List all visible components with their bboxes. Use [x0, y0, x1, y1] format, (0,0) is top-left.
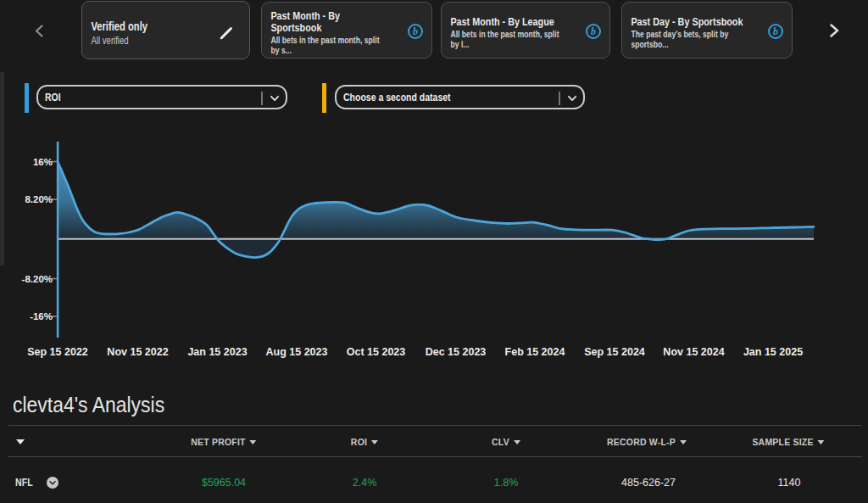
- svg-text:Nov 15 2022: Nov 15 2022: [107, 346, 168, 358]
- svg-text:Dec 15 2023: Dec 15 2023: [426, 346, 487, 358]
- svg-text:Oct 15 2023: Oct 15 2023: [347, 346, 406, 358]
- svg-text:Sep 15 2024: Sep 15 2024: [584, 346, 645, 358]
- svg-text:Feb 15 2024: Feb 15 2024: [505, 346, 565, 358]
- svg-text:Sep 15 2022: Sep 15 2022: [27, 346, 88, 358]
- svg-text:Aug 15 2023: Aug 15 2023: [266, 346, 328, 358]
- svg-text:Jan 15 2025: Jan 15 2025: [743, 346, 803, 358]
- svg-text:16%: 16%: [33, 157, 53, 167]
- svg-text:Jan 15 2023: Jan 15 2023: [187, 346, 247, 358]
- svg-text:-8.20%: -8.20%: [22, 274, 53, 284]
- svg-text:Nov 15 2024: Nov 15 2024: [663, 346, 724, 358]
- svg-text:-16%: -16%: [30, 311, 53, 321]
- svg-text:8.20%: 8.20%: [25, 194, 53, 204]
